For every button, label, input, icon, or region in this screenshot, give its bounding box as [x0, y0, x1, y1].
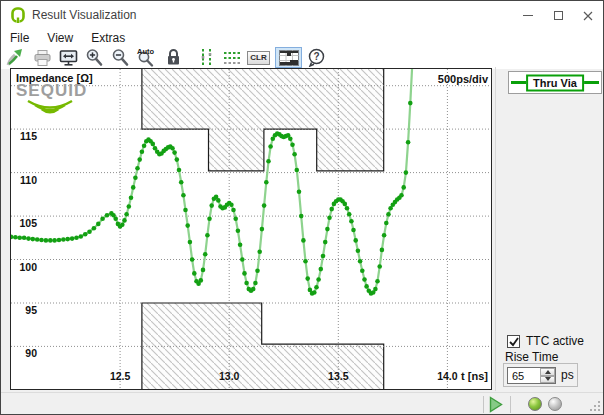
series-marker [314, 285, 319, 290]
horizontal-cursors-button[interactable] [221, 47, 244, 68]
menu-extras[interactable]: Extras [82, 30, 134, 47]
series-marker [65, 237, 70, 242]
series-marker [238, 242, 243, 247]
rise-time-spinbox [507, 367, 556, 384]
series-marker [177, 168, 182, 173]
clear-button[interactable]: CLR [247, 47, 270, 68]
series-marker [356, 249, 361, 254]
rise-time-unit-label: ps [561, 368, 574, 382]
series-marker [343, 202, 348, 207]
zoom-auto-button[interactable]: Auto [135, 47, 158, 68]
svg-text:500ps/div: 500ps/div [438, 73, 489, 85]
zoom-out-button[interactable] [109, 47, 132, 68]
series-marker [262, 203, 267, 208]
series-marker [44, 238, 49, 243]
fit-view-button[interactable] [57, 47, 80, 68]
series-marker [61, 237, 66, 242]
series-marker [129, 196, 134, 201]
svg-text:14.0: 14.0 [437, 370, 458, 382]
series-marker [79, 234, 84, 239]
series-marker [312, 290, 317, 295]
series-marker [96, 222, 101, 227]
zoom-in-icon [85, 48, 104, 67]
close-button[interactable] [573, 1, 603, 30]
series-marker [377, 264, 382, 269]
impedance-chart: 115110105100959012.513.013.514.0t [ns]Im… [11, 69, 491, 389]
series-marker [347, 212, 352, 217]
series-marker [183, 208, 188, 213]
series-marker [185, 223, 190, 228]
series-marker [122, 218, 127, 223]
menu-view[interactable]: View [38, 30, 82, 47]
help-button[interactable]: ? [305, 47, 328, 68]
series-marker [349, 219, 354, 224]
lock-button[interactable] [162, 47, 185, 68]
series-marker [303, 259, 308, 264]
sequid-app-icon [10, 7, 26, 24]
play-button[interactable] [488, 396, 504, 413]
series-marker [299, 214, 304, 219]
mask-button[interactable] [275, 47, 302, 68]
maximize-button[interactable] [543, 1, 573, 30]
series-marker [266, 159, 271, 164]
plot-area[interactable]: 115110105100959012.513.013.514.0t [ns]Im… [10, 68, 492, 390]
green-arrow-icon [6, 48, 25, 67]
svg-text:95: 95 [25, 304, 37, 316]
statusbar [1, 392, 603, 414]
series-marker [329, 207, 334, 212]
update-button[interactable] [4, 47, 27, 68]
series-marker [151, 142, 156, 147]
titlebar[interactable]: Result Visualization [1, 1, 603, 30]
svg-text:?: ? [313, 51, 319, 62]
series-marker [31, 237, 36, 242]
rise-time-decrement-button[interactable] [540, 376, 555, 384]
series-marker [288, 136, 293, 141]
series-marker [292, 152, 297, 157]
series-marker [39, 238, 44, 243]
rise-time-group-label: Rise Time [505, 350, 558, 364]
ttc-checkbox[interactable] [507, 335, 520, 348]
series-marker [382, 233, 387, 238]
svg-text:13.5: 13.5 [328, 370, 349, 382]
series-marker [384, 221, 389, 226]
series-marker [290, 143, 295, 148]
vertical-cursors-button[interactable] [195, 47, 218, 68]
series-marker [325, 227, 330, 232]
series-marker [133, 176, 138, 181]
series-marker [260, 227, 265, 232]
series-marker [83, 232, 88, 237]
series-marker [375, 279, 380, 284]
series-marker [113, 216, 118, 221]
rise-time-increment-button[interactable] [540, 368, 555, 376]
series-marker [209, 203, 214, 208]
series-marker [127, 204, 132, 209]
help-icon: ? [307, 48, 326, 67]
series-marker [242, 271, 247, 276]
series-marker [216, 198, 221, 203]
minimize-button[interactable] [513, 1, 543, 30]
svg-text:13.0: 13.0 [219, 370, 240, 382]
resize-grip-icon[interactable] [590, 401, 601, 412]
series-marker [305, 276, 310, 281]
series-marker [17, 236, 22, 241]
series-marker [22, 236, 27, 241]
series-marker [301, 238, 306, 243]
series-marker [351, 228, 356, 233]
menu-file[interactable]: File [1, 30, 38, 47]
series-marker [137, 157, 142, 162]
series-marker [401, 185, 406, 190]
series-marker [404, 170, 409, 175]
series-marker [92, 226, 97, 231]
zoom-in-button[interactable] [83, 47, 106, 68]
horizontal-cursors-icon [223, 48, 242, 67]
rise-time-input[interactable] [508, 368, 540, 383]
svg-text:Impedance [Ω]: Impedance [Ω] [16, 72, 93, 84]
series-marker [11, 235, 13, 240]
series-marker [70, 236, 75, 241]
series-marker [268, 144, 273, 149]
upper-limit-mask [142, 69, 384, 171]
print-button[interactable] [31, 47, 54, 68]
series-marker [229, 203, 234, 208]
up-arrow-icon [545, 370, 551, 374]
svg-text:90: 90 [25, 347, 37, 359]
